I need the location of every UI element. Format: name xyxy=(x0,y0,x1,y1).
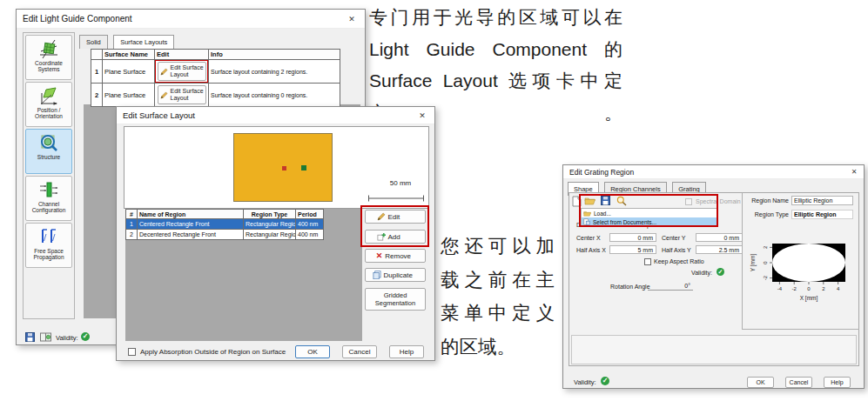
light-guide-titlebar: Edit Light Guide Component ✕ xyxy=(17,10,365,29)
x-axis-label: X [mm] xyxy=(800,295,818,302)
table-row[interactable]: 2 Decentered Rectangle Front Rectangular… xyxy=(126,230,324,240)
table-row[interactable]: 2 Plane Surface Edit Surface Layout Surf… xyxy=(91,84,340,107)
center-x-field[interactable]: 0 mm xyxy=(609,233,656,242)
magnifier-icon[interactable] xyxy=(616,196,627,206)
annotation-line: 载之前在主 xyxy=(441,264,555,297)
spectral-domain-checkbox xyxy=(685,198,692,205)
open-folder-icon[interactable] xyxy=(584,197,595,205)
duplicate-icon xyxy=(373,271,381,279)
sidebar-item-free-space-propagation[interactable]: Free Space Propagation xyxy=(25,223,72,268)
scale-label: 50 mm xyxy=(377,179,424,187)
add-icon xyxy=(377,232,386,241)
pencil-icon xyxy=(160,68,168,76)
close-icon[interactable]: ✕ xyxy=(410,107,434,124)
region-plot-panel: 2 0 -2 -4 -2 0 2 4 X [mm] Y [mm] xyxy=(742,193,859,330)
rotation-angle-field[interactable]: 0° xyxy=(648,282,693,291)
help-button[interactable]: Help xyxy=(824,377,851,388)
new-document-icon[interactable] xyxy=(572,196,582,207)
duplicate-region-button[interactable]: Duplicate xyxy=(365,268,426,282)
folder-icon xyxy=(583,211,591,217)
validity-label: Validity: xyxy=(574,378,596,386)
surface-layout-dialog: Edit Surface Layout ✕ 50 mm # xyxy=(116,106,435,361)
absorption-checkbox[interactable] xyxy=(128,348,136,356)
row-number: 2 xyxy=(91,84,103,107)
validity-label: Validity: xyxy=(56,334,78,342)
screenshot-canvas: 专门用于光导的区域可以在 Light Guide Component 的 Sur… xyxy=(0,0,868,401)
grating-region-dialog: Edit Grating Region ✕ Shape Region Chann… xyxy=(562,164,865,389)
scale-ruler xyxy=(368,195,424,202)
cancel-button[interactable]: Cancel xyxy=(785,377,812,388)
light-guide-tabbar: Solid Surface Layouts xyxy=(79,33,176,49)
remove-region-button[interactable]: ✕ Remove xyxy=(365,249,426,263)
region-type-cell: Rectangular Region xyxy=(244,219,296,230)
validity-label: Validity: xyxy=(691,270,712,276)
absorption-checkbox-label: Apply Absorption Outside of Region on Su… xyxy=(140,348,286,356)
sidebar-item-structure[interactable]: Structure xyxy=(25,129,72,174)
cancel-button[interactable]: Cancel xyxy=(342,345,377,358)
info-cell: Surface layout containing 2 regions. xyxy=(209,60,340,84)
sidebar-item-label: Structure xyxy=(26,154,71,160)
ok-button[interactable]: OK xyxy=(747,377,774,388)
edit-button-label: Edit Surface Layout xyxy=(171,88,205,102)
sidebar-item-label: Free Space Propagation xyxy=(26,248,71,260)
add-region-button[interactable]: Add xyxy=(365,230,426,244)
button-label: Remove xyxy=(385,252,414,260)
menu-item-load[interactable]: Load... xyxy=(582,209,717,217)
structure-icon xyxy=(38,132,59,153)
load-dropdown-menu: Load... Select from Documents... xyxy=(581,208,718,226)
shape-tab-content: Load... Select from Documents... Spectra… xyxy=(569,192,859,366)
tab-surface-layouts[interactable]: Surface Layouts xyxy=(113,35,174,49)
marker-green-dot xyxy=(301,165,306,170)
keep-aspect-ratio-checkbox[interactable] xyxy=(644,258,651,265)
center-x-label: Center X xyxy=(576,235,601,241)
grating-titlebar: Edit Grating Region ✕ xyxy=(563,165,864,179)
center-y-label: Center Y xyxy=(662,235,686,241)
edit-region-button[interactable]: Edit xyxy=(365,210,426,224)
half-axis-y-field[interactable]: 2.5 mm xyxy=(696,245,743,254)
row-number: 1 xyxy=(91,60,103,84)
tab-solid[interactable]: Solid xyxy=(79,35,108,49)
spectral-domain-label: Spectral Domain xyxy=(696,198,741,204)
ok-button[interactable]: OK xyxy=(295,345,330,358)
header-surface-name: Surface Name xyxy=(103,50,155,60)
sidebar-item-channel-configuration[interactable]: Channel Configuration xyxy=(25,176,72,221)
menu-item-select-from-documents[interactable]: Select from Documents... xyxy=(582,217,717,226)
annotation-line: 的区域。 xyxy=(441,331,555,364)
region-name-cell: Decentered Rectangle Front xyxy=(138,230,244,240)
x-tick: 4 xyxy=(837,286,840,291)
help-button[interactable]: Help xyxy=(389,345,424,358)
period-cell: 400 nm xyxy=(296,230,324,240)
dialog-title: Edit Surface Layout xyxy=(123,110,195,120)
header-edit: Edit xyxy=(155,50,209,60)
save-icon[interactable] xyxy=(25,332,35,342)
save-icon[interactable] xyxy=(601,196,610,205)
half-axis-x-field[interactable]: 5 mm xyxy=(609,245,656,254)
y-axis-label: Y [mm] xyxy=(750,254,757,272)
manual-icon[interactable] xyxy=(40,332,51,342)
marker-red-dot xyxy=(282,166,286,170)
button-label: OK xyxy=(756,379,764,385)
close-icon[interactable]: ✕ xyxy=(339,10,365,29)
info-cell: Surface layout containing 0 regions. xyxy=(209,84,340,107)
button-label: Add xyxy=(388,233,414,241)
validity-check-icon: ✓ xyxy=(81,332,90,341)
surface-name-cell: Plane Surface xyxy=(103,84,155,107)
gridded-segmentation-button[interactable]: Gridded Segmentation xyxy=(365,288,426,311)
center-y-field[interactable]: 0 mm xyxy=(696,233,743,242)
menu-item-label: Load... xyxy=(594,211,611,217)
row-number: 2 xyxy=(126,230,138,240)
row-number: 1 xyxy=(126,219,138,230)
table-row[interactable]: 1 Centered Rectangle Front Rectangular R… xyxy=(126,219,324,230)
button-label: Duplicate xyxy=(384,271,419,279)
close-icon[interactable]: ✕ xyxy=(844,165,864,179)
button-label: Gridded Segmentation xyxy=(373,291,418,307)
table-row[interactable]: 1 Plane Surface Edit Surface Layout xyxy=(91,60,340,84)
sidebar-panel: Coordinate Systems Position / Orientatio… xyxy=(23,32,75,319)
sidebar-item-position-orientation[interactable]: Position / Orientation xyxy=(25,82,72,127)
edit-surface-layout-button[interactable]: Edit Surface Layout xyxy=(158,85,206,104)
edit-surface-layout-button[interactable]: Edit Surface Layout xyxy=(158,62,206,81)
annotation-line: Light Guide Component 的 xyxy=(369,34,622,66)
validity-check-icon: ✓ xyxy=(601,377,609,385)
x-tick: 2 xyxy=(822,286,825,291)
sidebar-item-coordinate-systems[interactable]: Coordinate Systems xyxy=(25,35,72,80)
